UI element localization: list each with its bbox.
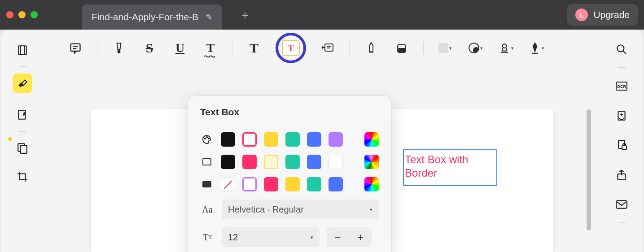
- fill-color-pink[interactable]: [264, 177, 278, 191]
- popover-title: Text Box: [200, 107, 379, 117]
- text-color-pink-selected[interactable]: [242, 132, 257, 147]
- avatar: L: [575, 9, 588, 21]
- close-window-button[interactable]: [6, 11, 13, 18]
- signature-dropdown[interactable]: ▾: [528, 39, 546, 57]
- popover-divider: [200, 124, 379, 124]
- textbox-element[interactable]: Text Box with Border: [403, 149, 497, 186]
- right-sidebar: OCR: [600, 30, 643, 252]
- size-row: TT 12 ▾ − +: [200, 227, 379, 247]
- border-color-pink[interactable]: [242, 155, 257, 169]
- fill-color-teal[interactable]: [307, 177, 321, 191]
- add-tab-button[interactable]: ＋: [239, 7, 251, 23]
- border-icon: [200, 158, 214, 165]
- svg-rect-0: [18, 46, 26, 55]
- stamp-dropdown[interactable]: ▾: [497, 39, 515, 57]
- strikethrough-button[interactable]: S: [140, 39, 158, 57]
- note-tool-button[interactable]: [66, 39, 84, 57]
- search-button[interactable]: [612, 39, 631, 59]
- document-tab[interactable]: Find-and-Apply-For-the-B ✎: [82, 4, 222, 30]
- text-color-blue[interactable]: [307, 132, 321, 147]
- fill-color-custom[interactable]: [364, 177, 379, 191]
- text-color-custom[interactable]: [364, 132, 379, 147]
- underline-button[interactable]: U: [171, 39, 189, 57]
- sidebar-divider: [18, 66, 26, 67]
- maximize-window-button[interactable]: [31, 11, 38, 18]
- size-icon: TT: [200, 232, 215, 243]
- border-color-custom[interactable]: [364, 155, 379, 169]
- minimize-window-button[interactable]: [18, 11, 26, 18]
- app-body: S U T T T ▾ ▾ ▾ ▾ OCR: [1, 30, 643, 252]
- textbox-icon: T: [282, 40, 300, 56]
- share-button[interactable]: [612, 165, 631, 185]
- sidebar-divider: [618, 67, 626, 68]
- pencil-icon[interactable]: ✎: [206, 12, 212, 22]
- toolbar-separator: [232, 41, 232, 55]
- size-increase-button[interactable]: +: [349, 227, 372, 247]
- sidebar-divider: [18, 131, 26, 132]
- toolbar: S U T T T ▾ ▾ ▾ ▾: [44, 32, 600, 64]
- traffic-lights: [6, 11, 38, 18]
- svg-point-28: [206, 137, 207, 138]
- convert-button[interactable]: [612, 106, 631, 126]
- text-color-black[interactable]: [221, 132, 235, 147]
- ocr-button[interactable]: OCR: [612, 76, 631, 96]
- size-select[interactable]: 12 ▾: [222, 227, 320, 247]
- border-color-teal[interactable]: [285, 155, 300, 169]
- svg-rect-5: [21, 146, 27, 153]
- squiggly-button[interactable]: T: [202, 39, 219, 57]
- thumbnails-button[interactable]: [13, 40, 32, 60]
- text-color-row: [200, 132, 379, 147]
- chevron-down-icon: ▾: [370, 207, 372, 213]
- font-row: Aa Helvetica · Regular ▾: [200, 200, 379, 219]
- toolbar-separator: [349, 41, 350, 55]
- upgrade-button[interactable]: L Upgrade: [567, 4, 638, 26]
- text-color-yellow[interactable]: [264, 132, 278, 147]
- pen-tool-button[interactable]: [362, 39, 380, 57]
- eraser-tool-button[interactable]: [393, 39, 411, 57]
- highlight-tool-button[interactable]: [13, 74, 32, 93]
- annotate-tool-button[interactable]: [13, 105, 32, 125]
- text-color-swatches: [221, 132, 379, 147]
- fill-icon: [200, 181, 214, 187]
- size-decrease-button[interactable]: −: [327, 227, 349, 247]
- text-color-teal[interactable]: [285, 132, 300, 147]
- fill-color-row: [200, 177, 379, 191]
- fill-color-none[interactable]: [221, 177, 235, 191]
- text-color-purple[interactable]: [329, 132, 343, 147]
- svg-point-27: [205, 138, 206, 139]
- fill-color-blue[interactable]: [329, 177, 343, 191]
- fill-color-purple-outline[interactable]: [242, 177, 257, 191]
- border-color-swatches: [221, 155, 379, 169]
- left-sidebar: [1, 30, 44, 252]
- svg-rect-24: [622, 146, 626, 150]
- crop-tool-button[interactable]: [13, 167, 32, 187]
- border-color-black[interactable]: [221, 155, 235, 169]
- toolbar-separator: [97, 41, 97, 55]
- textbox-tool-selected[interactable]: T: [276, 33, 306, 63]
- palette-icon: [200, 134, 214, 145]
- tab-title: Find-and-Apply-For-the-B: [92, 12, 198, 22]
- svg-rect-6: [71, 44, 80, 51]
- highlighter-tool-button[interactable]: [110, 39, 128, 57]
- mail-button[interactable]: [612, 195, 631, 214]
- page-tool-button[interactable]: [13, 138, 32, 158]
- opacity-dropdown[interactable]: ▾: [467, 39, 485, 57]
- svg-point-18: [617, 45, 624, 52]
- vertical-scrollbar[interactable]: [587, 109, 591, 230]
- fill-color-swatches: [221, 177, 379, 191]
- border-color-blue[interactable]: [307, 155, 321, 169]
- font-select[interactable]: Helvetica · Regular ▾: [222, 200, 379, 219]
- svg-text:OCR: OCR: [617, 84, 626, 89]
- svg-point-15: [503, 44, 507, 48]
- lock-button[interactable]: [612, 135, 631, 155]
- fill-color-yellow[interactable]: [285, 177, 300, 191]
- text-tool-button[interactable]: T: [245, 39, 263, 57]
- sidebar-divider: [618, 222, 626, 223]
- titlebar: Find-and-Apply-For-the-B ✎ ＋ L Upgrade: [0, 0, 644, 30]
- border-color-yellow-selected[interactable]: [264, 155, 278, 169]
- fill-color-dropdown[interactable]: ▾: [436, 39, 454, 57]
- chevron-down-icon: ▾: [311, 235, 313, 240]
- border-color-white[interactable]: [329, 155, 343, 169]
- callout-tool-button[interactable]: [319, 39, 337, 57]
- svg-rect-26: [616, 200, 627, 208]
